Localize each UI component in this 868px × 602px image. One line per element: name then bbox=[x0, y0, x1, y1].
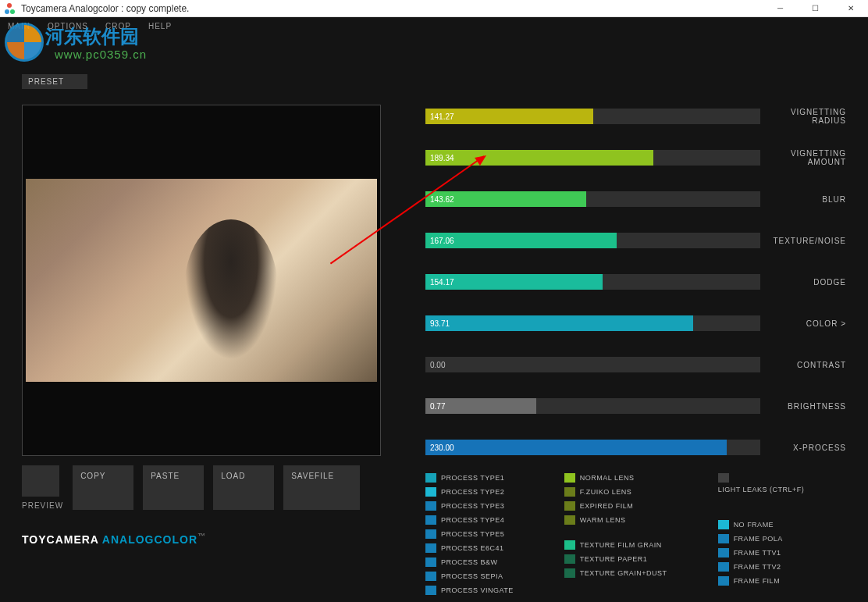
option-frame-pola[interactable]: FRAME POLA bbox=[718, 534, 805, 543]
option-normal-lens[interactable]: NORMAL LENS bbox=[564, 473, 667, 483]
swatch-icon bbox=[564, 487, 575, 497]
swatch-icon bbox=[425, 586, 436, 595]
savefile-button[interactable]: SAVEFILE bbox=[283, 465, 360, 510]
slider-row-blur: 143.62BLUR bbox=[425, 191, 846, 207]
slider-track[interactable]: 143.62 bbox=[425, 191, 760, 207]
swatch-icon bbox=[425, 473, 436, 483]
option-label: PROCESS TYPE3 bbox=[441, 502, 504, 510]
option-process-type5[interactable]: PROCESS TYPE5 bbox=[425, 529, 514, 539]
slider-track[interactable]: 167.06 bbox=[425, 233, 760, 248]
option-no-frame[interactable]: NO FRAME bbox=[718, 520, 805, 529]
swatch-icon bbox=[425, 487, 436, 497]
slider-track[interactable]: 230.00 bbox=[425, 440, 760, 455]
process-options-col: PROCESS TYPE1PROCESS TYPE2PROCESS TYPE3P… bbox=[425, 473, 514, 595]
option-label: PROCESS TYPE2 bbox=[441, 488, 504, 496]
slider-label: X-PROCESS bbox=[768, 443, 846, 452]
menu-help[interactable]: HELP bbox=[148, 22, 172, 30]
slider-row-vignetting-amount: 189.34VIGNETTING AMOUNT bbox=[425, 150, 846, 166]
brand: TOYCAMERA ANALOGCOLOR™ bbox=[22, 532, 398, 546]
option-label: FRAME TTV2 bbox=[734, 563, 781, 571]
light-leaks-label: LIGHT LEAKS (CTRL+F) bbox=[718, 486, 805, 493]
option-process-b-w[interactable]: PROCESS B&W bbox=[425, 557, 514, 567]
swatch-icon bbox=[564, 540, 575, 550]
option-label: FRAME POLA bbox=[734, 535, 783, 543]
menu-main[interactable]: MAIN bbox=[8, 22, 30, 30]
swatch-icon bbox=[425, 515, 436, 525]
lens-texture-options-col: NORMAL LENSF.ZUIKO LENSEXPIRED FILMWARM … bbox=[564, 473, 667, 595]
option-frame-ttv1[interactable]: FRAME TTV1 bbox=[718, 548, 805, 557]
preset-button[interactable]: PRESET bbox=[22, 74, 87, 89]
swatch-icon bbox=[718, 576, 729, 586]
preview-label: PREVIEW bbox=[22, 501, 63, 510]
option-texture-paper1[interactable]: TEXTURE PAPER1 bbox=[564, 554, 667, 564]
slider-value: 143.62 bbox=[425, 191, 586, 207]
slider-track[interactable]: 141.27 bbox=[425, 109, 760, 124]
option-label: PROCESS VINGATE bbox=[441, 586, 514, 594]
option-texture-film-grain[interactable]: TEXTURE FILM GRAIN bbox=[564, 540, 667, 550]
titlebar: Toycamera Analogcolor : copy complete. ─… bbox=[0, 0, 868, 17]
sliders: 141.27VIGNETTING RADIUS189.34VIGNETTING … bbox=[425, 109, 846, 455]
slider-row-vignetting-radius: 141.27VIGNETTING RADIUS bbox=[425, 109, 846, 124]
brand-part2: ANALOGCOLOR bbox=[102, 533, 197, 546]
minimize-button[interactable]: ─ bbox=[763, 0, 798, 17]
option-warm-lens[interactable]: WARM LENS bbox=[564, 515, 667, 525]
app-icon bbox=[4, 2, 16, 15]
preview-thumb-button[interactable] bbox=[22, 465, 59, 497]
option-process-type3[interactable]: PROCESS TYPE3 bbox=[425, 501, 514, 511]
option-process-type1[interactable]: PROCESS TYPE1 bbox=[425, 473, 514, 483]
slider-value: 141.27 bbox=[425, 109, 593, 124]
light-leaks-header[interactable]: LIGHT LEAKS (CTRL+F) bbox=[718, 473, 805, 493]
option-label: TEXTURE FILM GRAIN bbox=[580, 541, 662, 549]
menu-options[interactable]: OPTIONS bbox=[48, 22, 88, 30]
option-process-type2[interactable]: PROCESS TYPE2 bbox=[425, 487, 514, 497]
close-button[interactable]: ✕ bbox=[833, 0, 868, 17]
option-process-vingate[interactable]: PROCESS VINGATE bbox=[425, 586, 514, 595]
swatch-icon bbox=[564, 473, 575, 483]
slider-track[interactable]: 189.34 bbox=[425, 150, 760, 166]
slider-row-x-process: 230.00X-PROCESS bbox=[425, 440, 846, 455]
slider-label: BRIGHTNESS bbox=[768, 402, 846, 411]
slider-row-brightness: 0.77BRIGHTNESS bbox=[425, 398, 846, 414]
slider-value: 154.17 bbox=[425, 274, 603, 290]
slider-value: 167.06 bbox=[425, 233, 617, 248]
option-f-zuiko-lens[interactable]: F.ZUIKO LENS bbox=[564, 487, 667, 497]
option-process-e6c41[interactable]: PROCESS E6C41 bbox=[425, 543, 514, 553]
load-button[interactable]: LOAD bbox=[213, 465, 274, 510]
brand-tm: ™ bbox=[197, 532, 206, 540]
paste-button[interactable]: PASTE bbox=[143, 465, 204, 510]
copy-button[interactable]: COPY bbox=[73, 465, 133, 510]
slider-row-dodge: 154.17DODGE bbox=[425, 274, 846, 290]
option-label: PROCESS SEPIA bbox=[441, 572, 503, 580]
slider-label: CONTRAST bbox=[768, 361, 846, 369]
option-label: PROCESS E6C41 bbox=[441, 544, 504, 552]
slider-track[interactable]: 0.00 bbox=[425, 357, 760, 372]
slider-label: VIGNETTING AMOUNT bbox=[768, 149, 846, 166]
swatch-icon bbox=[718, 520, 729, 529]
swatch-icon bbox=[425, 543, 436, 553]
swatch-icon bbox=[718, 473, 729, 483]
menu-crop[interactable]: CROP bbox=[105, 22, 131, 30]
swatch-icon bbox=[564, 501, 575, 511]
option-label: F.ZUIKO LENS bbox=[580, 488, 632, 496]
option-frame-film[interactable]: FRAME FILM bbox=[718, 576, 805, 586]
slider-track[interactable]: 0.77 bbox=[425, 398, 760, 414]
swatch-icon bbox=[564, 568, 575, 578]
option-expired-film[interactable]: EXPIRED FILM bbox=[564, 501, 667, 511]
slider-track[interactable]: 93.71 bbox=[425, 315, 760, 331]
window-title: Toycamera Analogcolor : copy complete. bbox=[21, 3, 189, 14]
option-process-type4[interactable]: PROCESS TYPE4 bbox=[425, 515, 514, 525]
app-body: 河东软件园 www.pc0359.cn MAIN OPTIONS CROP HE… bbox=[0, 17, 868, 602]
slider-value: 93.71 bbox=[425, 315, 693, 331]
option-label: PROCESS TYPE1 bbox=[441, 474, 504, 482]
swatch-icon bbox=[425, 557, 436, 567]
option-process-sepia[interactable]: PROCESS SEPIA bbox=[425, 572, 514, 581]
button-row: PREVIEW COPY PASTE LOAD SAVEFILE bbox=[22, 465, 398, 510]
option-frame-ttv2[interactable]: FRAME TTV2 bbox=[718, 562, 805, 572]
frame-options-col: LIGHT LEAKS (CTRL+F)NO FRAMEFRAME POLAFR… bbox=[718, 473, 805, 595]
option-texture-grain-dust[interactable]: TEXTURE GRAIN+DUST bbox=[564, 568, 667, 578]
option-label: PROCESS B&W bbox=[441, 558, 498, 566]
left-panel: PRESET PREVIEW COPY PASTE LOAD SAVEFILE … bbox=[0, 34, 398, 602]
maximize-button[interactable]: ☐ bbox=[798, 0, 833, 17]
slider-label: VIGNETTING RADIUS bbox=[768, 108, 846, 125]
slider-track[interactable]: 154.17 bbox=[425, 274, 760, 290]
